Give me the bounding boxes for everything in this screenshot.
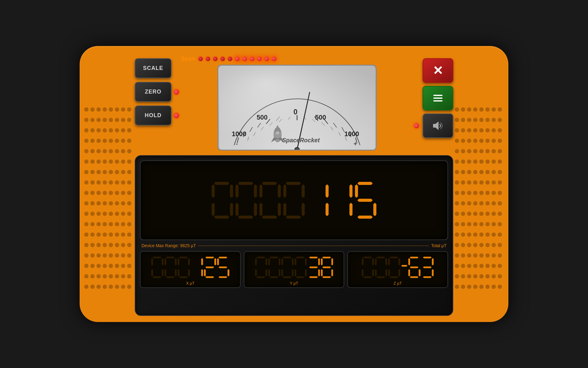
zero-button[interactable]: ZERO [135,82,172,102]
scan-led-5 [228,57,232,61]
sub-digit-z2 [388,257,400,278]
right-controls: ✕ [423,58,453,138]
sub-digit-x4 [204,257,216,278]
hold-button[interactable]: HOLD [135,105,172,125]
sub-digit-x1 [164,257,177,278]
sub-lcd-x: X µT [140,251,241,288]
svg-text:+: + [353,140,357,148]
svg-text:-: - [236,140,238,148]
sub-digit-y4 [308,257,320,278]
lcd-digit-4 [307,182,329,219]
sub-digits-z [362,257,434,278]
x-label: X µT [141,281,240,286]
sub-digit-x5 [217,257,229,278]
hamburger-icon [433,95,443,102]
max-range-label: Device Max Range: 9825 µT [141,243,196,248]
speaker-icon [431,120,445,132]
lcd-digit-0 [212,182,233,219]
sub-digit-y1 [268,257,281,278]
sub-lcd-y: Y µT [244,251,345,288]
instrument-panel: Device Max Range: 9825 µT Total µT [135,155,453,316]
dots-pattern-left: for(let i=0;i<8*18;i++) document.current… [84,107,133,297]
dashed-separator [198,246,429,246]
sub-digit-y0 [255,257,267,278]
sub-digit-y5 [321,257,333,278]
main-body: SCALE ZERO HOLD Scan [135,52,453,316]
z-neg-sign [401,265,407,267]
device-body: for(let i=0;i<8*18;i++) document.current… [80,46,508,322]
sub-digits-x [151,257,229,278]
svg-text:1000: 1000 [232,130,247,138]
lcd-digits-main [212,182,376,219]
sub-digit-z3 [408,257,420,278]
close-icon: ✕ [433,64,443,77]
sub-digit-y3 [295,257,307,278]
main-lcd-label-row: Device Max Range: 9825 µT Total µT [140,243,448,248]
menu-button[interactable] [423,86,453,110]
scan-led-7 [243,57,247,61]
lcd-digit-5 [331,182,352,219]
analog-meter: 1000 500 0 500 1000 - + [217,65,377,151]
scan-led-8 [250,57,254,61]
z-label: Z µT [348,281,447,286]
lcd-digit-3 [283,182,305,219]
scan-led-6 [235,57,239,61]
sub-digit-z4 [421,257,434,278]
y-label: Y µT [244,281,344,286]
svg-text:500: 500 [257,114,268,121]
volume-button[interactable] [423,113,453,138]
svg-text:0: 0 [293,108,297,116]
svg-marker-42 [433,121,439,130]
close-button[interactable]: ✕ [423,58,453,83]
scan-row: Scan [181,55,276,62]
svg-point-37 [276,131,279,135]
left-controls: SCALE ZERO HOLD [135,58,172,125]
sub-digit-x2 [178,257,190,278]
scan-led-11 [272,57,276,61]
scan-led-4 [221,57,225,61]
total-unit-label: Total µT [431,243,447,248]
scan-led-9 [257,57,262,61]
sub-digit-x0 [151,257,164,278]
svg-text:1000: 1000 [345,130,359,138]
sub-digit-x3 [191,257,203,278]
scan-led-3 [213,57,217,61]
sub-digit-y2 [281,257,294,278]
top-row: SCALE ZERO HOLD Scan [135,55,453,151]
lcd-digit-6 [355,182,376,219]
sub-lcd-row: X µT [140,251,448,288]
svg-text:500: 500 [315,114,326,121]
main-lcd [140,160,448,240]
sub-digit-z1 [375,257,387,278]
scan-led-1 [198,57,203,61]
dots-pattern-right: for(let i=0;i<8*18;i++) document.current… [455,107,504,297]
meter-container: Scan [178,55,417,151]
zero-led [174,90,179,94]
z-neg-container [401,265,407,268]
sub-lcd-z: Z µT [347,251,448,288]
lcd-digit-2 [259,182,281,219]
scan-label: Scan [181,55,195,62]
svg-text:SpaceRocket: SpaceRocket [282,137,320,144]
meter-svg: 1000 500 0 500 1000 - + [218,66,376,150]
scan-led-10 [265,57,269,61]
lcd-digit-1 [236,182,257,219]
sub-digits-y [255,257,333,278]
sub-digit-z0 [362,257,374,278]
volume-led [414,123,419,128]
hold-led [174,113,179,118]
svg-point-40 [295,147,300,150]
scale-button[interactable]: SCALE [135,58,172,78]
scan-led-2 [206,57,210,61]
